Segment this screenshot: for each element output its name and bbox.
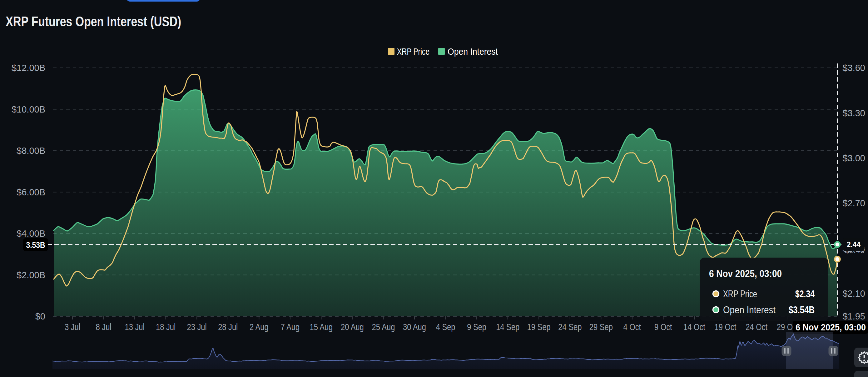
svg-text:$6.00B: $6.00B bbox=[17, 187, 45, 197]
svg-text:$12.00B: $12.00B bbox=[11, 63, 45, 73]
svg-text:19 Sep: 19 Sep bbox=[527, 322, 551, 332]
svg-text:$2.34: $2.34 bbox=[795, 289, 815, 299]
svg-text:28 Jul: 28 Jul bbox=[218, 322, 238, 332]
svg-text:$3.60: $3.60 bbox=[842, 63, 865, 73]
svg-text:2 Aug: 2 Aug bbox=[250, 322, 269, 332]
svg-text:$4.00B: $4.00B bbox=[17, 229, 45, 238]
svg-text:$3.54B: $3.54B bbox=[789, 304, 814, 315]
svg-text:4 Oct: 4 Oct bbox=[623, 322, 641, 332]
svg-text:Open Interest: Open Interest bbox=[723, 304, 776, 315]
svg-text:13 Jul: 13 Jul bbox=[125, 322, 145, 332]
svg-text:$8.00B: $8.00B bbox=[17, 146, 45, 156]
svg-text:25 Aug: 25 Aug bbox=[372, 322, 395, 332]
svg-text:Open Interest: Open Interest bbox=[447, 46, 498, 57]
svg-text:20 Aug: 20 Aug bbox=[341, 322, 364, 332]
svg-text:18 Jul: 18 Jul bbox=[156, 322, 176, 332]
svg-text:2.44: 2.44 bbox=[847, 240, 861, 249]
svg-text:$10.00B: $10.00B bbox=[11, 105, 45, 114]
svg-text:6 Nov 2025, 03:00: 6 Nov 2025, 03:00 bbox=[709, 268, 782, 279]
svg-text:9 Oct: 9 Oct bbox=[654, 322, 672, 332]
svg-text:23 Jul: 23 Jul bbox=[187, 322, 207, 332]
svg-text:24 Sep: 24 Sep bbox=[558, 322, 582, 332]
svg-text:7 Aug: 7 Aug bbox=[281, 322, 300, 332]
svg-text:3.53B: 3.53B bbox=[26, 240, 45, 250]
svg-text:$2.10: $2.10 bbox=[842, 289, 865, 298]
svg-text:$0: $0 bbox=[35, 311, 45, 321]
svg-text:14 Sep: 14 Sep bbox=[496, 322, 520, 332]
svg-text:$3.00: $3.00 bbox=[842, 153, 865, 163]
svg-text:XRP Futures Open Interest (USD: XRP Futures Open Interest (USD) bbox=[6, 14, 181, 29]
svg-text:24 Oct: 24 Oct bbox=[746, 322, 768, 332]
svg-text:30 Aug: 30 Aug bbox=[403, 322, 426, 332]
svg-text:$3.30: $3.30 bbox=[842, 108, 865, 118]
svg-text:3 Jul: 3 Jul bbox=[65, 322, 80, 332]
svg-text:$1.95: $1.95 bbox=[842, 311, 865, 321]
svg-text:8 Jul: 8 Jul bbox=[96, 322, 112, 332]
svg-text:9 Sep: 9 Sep bbox=[467, 322, 486, 332]
svg-text:$2.70: $2.70 bbox=[842, 198, 865, 208]
svg-text:4 Sep: 4 Sep bbox=[436, 322, 455, 332]
svg-text:14 Oct: 14 Oct bbox=[683, 322, 705, 332]
svg-text:XRP Price: XRP Price bbox=[397, 46, 430, 57]
svg-text:15 Aug: 15 Aug bbox=[310, 322, 333, 332]
svg-text:19 Oct: 19 Oct bbox=[715, 322, 737, 332]
svg-text:6 Nov 2025, 03:00: 6 Nov 2025, 03:00 bbox=[796, 322, 866, 332]
svg-text:XRP Price: XRP Price bbox=[723, 289, 757, 299]
svg-text:$2.00B: $2.00B bbox=[17, 270, 45, 280]
svg-text:29 Sep: 29 Sep bbox=[589, 322, 613, 332]
